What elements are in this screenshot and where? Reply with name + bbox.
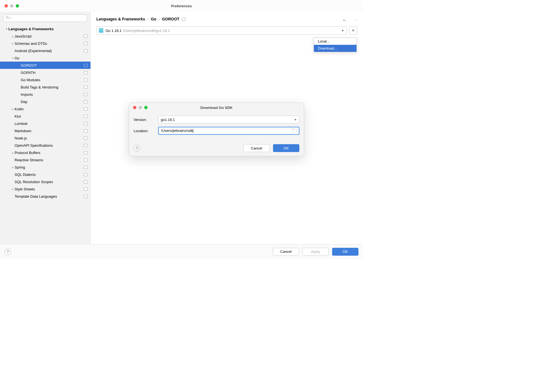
tree-item-label: OpenAPI Specifications	[15, 143, 84, 148]
tree-item-label: GOPATH	[21, 71, 84, 75]
tree-item-label: Node.js	[15, 136, 84, 140]
tree-item-label: Reactive Streams	[15, 158, 84, 162]
tree-item-label: Imports	[21, 92, 84, 97]
help-icon[interactable]: ?	[134, 145, 140, 151]
search-wrap: ▾	[0, 12, 90, 24]
project-scope-icon	[84, 93, 88, 96]
tree-item-label: SQL Resolution Scopes	[15, 180, 84, 184]
goroot-sdk-row: Go 1.18.1 /Users/jetbrains/sdk/go1.18.1 …	[96, 26, 357, 35]
tree-item-javascript[interactable]: ▸JavaScript	[0, 32, 90, 40]
project-scope-icon	[84, 158, 88, 162]
tree-item-sql-dialects[interactable]: ▸SQL Dialects	[0, 171, 90, 178]
minimize-icon[interactable]	[10, 4, 13, 8]
bottom-bar: ? Cancel Apply OK	[0, 244, 363, 259]
tree-item-label: Template Data Languages	[15, 194, 84, 199]
tree-item-ktor[interactable]: ▸Ktor	[0, 113, 90, 120]
tree-item-lombok[interactable]: ▸Lombok	[0, 120, 90, 127]
project-scope-icon	[84, 108, 88, 111]
project-scope-icon	[84, 78, 88, 81]
tree-item-gopath[interactable]: ▸GOPATH	[0, 69, 90, 76]
tree-item-go[interactable]: ▾Go	[0, 54, 90, 62]
project-scope-icon	[84, 49, 88, 52]
version-dropdown[interactable]: go1.18.1 ▼	[158, 116, 299, 123]
tree-item-template-data-languages[interactable]: ▸Template Data Languages	[0, 193, 90, 200]
cancel-button[interactable]: Cancel	[273, 248, 299, 256]
tree-item-spring[interactable]: ▸Spring	[0, 164, 90, 171]
search-dropdown-icon[interactable]: ▾	[10, 17, 11, 19]
project-scope-icon	[84, 64, 88, 67]
maximize-icon[interactable]	[144, 106, 148, 109]
sdk-name: Go 1.18.1	[106, 29, 122, 33]
tree-item-schemas-and-dtds[interactable]: ▸Schemas and DTDs	[0, 40, 90, 47]
go-gopher-icon	[99, 28, 103, 33]
location-label: Location:	[134, 129, 158, 133]
breadcrumb-nav: ← →	[342, 17, 357, 23]
chevron-right-icon: ▸	[11, 35, 15, 38]
project-scope-icon	[84, 86, 88, 89]
project-scope-icon	[84, 173, 88, 176]
tree-item-label: Schemas and DTDs	[15, 41, 84, 46]
tree-item-reactive-streams[interactable]: ▸Reactive Streams	[0, 156, 90, 164]
menu-item-local[interactable]: Local...	[314, 38, 356, 45]
project-scope-icon	[84, 71, 88, 74]
tree-item-go-modules[interactable]: ▸Go Modules	[0, 76, 90, 83]
add-sdk-button[interactable]: +	[349, 26, 357, 35]
goroot-sdk-dropdown[interactable]: Go 1.18.1 /Users/jetbrains/sdk/go1.18.1 …	[96, 26, 347, 35]
breadcrumb-sep: ›	[147, 17, 148, 21]
ok-button[interactable]: OK	[332, 248, 358, 256]
tree-root-languages[interactable]: ▾ Languages & Frameworks	[0, 25, 90, 32]
version-value: go1.18.1	[161, 118, 175, 122]
dialog-header: Download Go SDK	[129, 103, 304, 112]
tree-item-node-js[interactable]: ▸Node.js	[0, 134, 90, 142]
tree-item-markdown[interactable]: ▸Markdown	[0, 127, 90, 134]
chevron-right-icon: ▸	[11, 151, 15, 154]
tree-item-android-experimental-[interactable]: ▸Android (Experimental)	[0, 47, 90, 54]
tree-item-label: Ktor	[15, 114, 84, 118]
project-scope-icon	[182, 18, 186, 21]
chevron-down-icon: ▼	[341, 29, 344, 32]
sdk-path: /Users/jetbrains/sdk/go1.18.1	[122, 29, 170, 33]
window-title: Preferences	[171, 4, 192, 8]
tree-item-openapi-specifications[interactable]: ▸OpenAPI Specifications	[0, 142, 90, 149]
close-icon[interactable]	[4, 4, 8, 8]
location-field[interactable]: /Users/jetbrains/sdk	[158, 127, 299, 135]
tree-item-label: Style Sheets	[15, 187, 84, 191]
breadcrumb-root[interactable]: Languages & Frameworks	[96, 17, 145, 21]
svg-point-0	[6, 16, 8, 18]
tree-item-goroot[interactable]: ▸GOROOT	[0, 62, 90, 69]
dialog-cancel-button[interactable]: Cancel	[243, 144, 270, 152]
chevron-right-icon: ▸	[11, 188, 15, 191]
tree-item-sql-resolution-scopes[interactable]: ▸SQL Resolution Scopes	[0, 178, 90, 185]
menu-item-download[interactable]: Download...	[314, 45, 356, 52]
breadcrumb-sep: ›	[159, 17, 160, 21]
tree-item-kotlin[interactable]: ▸Kotlin	[0, 105, 90, 113]
nav-back-icon[interactable]: ←	[342, 17, 347, 23]
traffic-lights	[0, 4, 19, 8]
chevron-down-icon: ▾	[11, 57, 15, 60]
minimize-icon[interactable]	[139, 106, 142, 109]
tree-item-label: Lombok	[15, 122, 84, 126]
chevron-right-icon: ▸	[11, 42, 15, 45]
search-input[interactable]	[3, 15, 87, 22]
dialog-ok-button[interactable]: OK	[273, 144, 299, 152]
project-scope-icon	[84, 129, 88, 132]
tree-item-label: SQL Dialects	[15, 172, 84, 177]
help-icon[interactable]: ?	[4, 248, 11, 255]
tree-item-imports[interactable]: ▸Imports	[0, 91, 90, 98]
maximize-icon[interactable]	[16, 4, 19, 8]
project-scope-icon	[84, 115, 88, 118]
tree-item-style-sheets[interactable]: ▸Style Sheets	[0, 185, 90, 193]
project-scope-icon	[84, 195, 88, 198]
download-go-sdk-dialog: Download Go SDK Version: go1.18.1 ▼ Loca…	[129, 102, 304, 156]
tree-item-dep[interactable]: ▸Dep	[0, 98, 90, 105]
tree-item-label: Go Modules	[21, 78, 84, 82]
plus-icon: +	[352, 28, 355, 34]
close-icon[interactable]	[133, 106, 136, 109]
breadcrumb-go[interactable]: Go	[151, 17, 156, 21]
tree-item-label: Dep	[21, 100, 84, 104]
tree-item-build-tags-vendoring[interactable]: ▸Build Tags & Vendoring	[0, 83, 90, 91]
tree-item-protocol-buffers[interactable]: ▸Protocol Buffers	[0, 149, 90, 156]
add-sdk-menu: Local... Download...	[314, 38, 357, 52]
folder-icon[interactable]	[292, 129, 297, 132]
chevron-down-icon: ▼	[294, 118, 297, 121]
